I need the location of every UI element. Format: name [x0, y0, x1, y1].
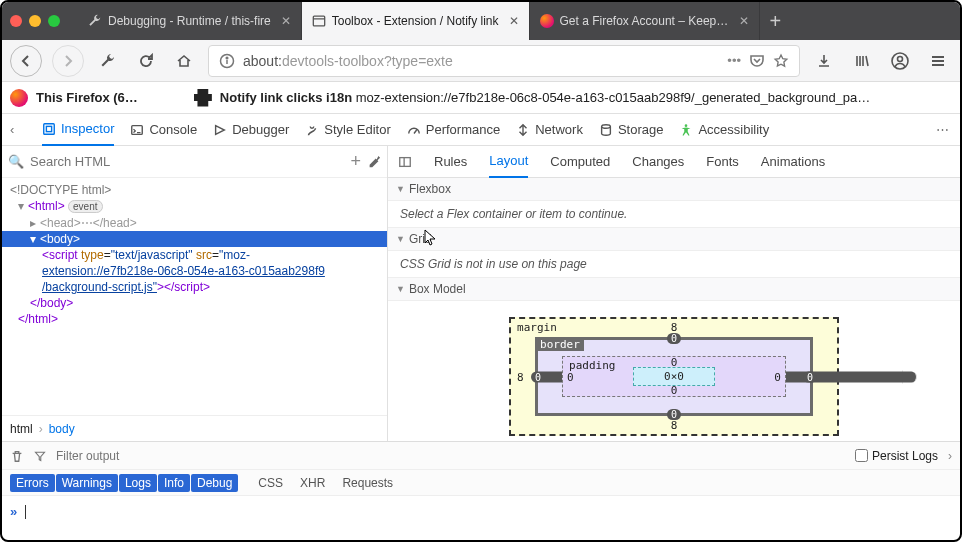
tab-label: Toolbox - Extension / Notify link: [332, 14, 499, 28]
clear-console-icon[interactable]: [10, 449, 24, 463]
tab-computed[interactable]: Computed: [550, 146, 610, 178]
add-node-icon[interactable]: +: [350, 151, 361, 172]
nav-toolbar: about:devtools-toolbox?type=exte •••: [2, 40, 960, 82]
selected-body-node[interactable]: ▾<body>: [2, 231, 387, 247]
breadcrumb: html › body: [2, 415, 387, 441]
firefox-icon: [540, 14, 554, 28]
page-actions-icon[interactable]: •••: [727, 53, 741, 68]
html-search-input[interactable]: [30, 154, 344, 169]
grid-body: CSS Grid is not in use on this page: [388, 251, 960, 277]
chip-errors[interactable]: Errors: [10, 474, 55, 492]
close-tab-icon[interactable]: ✕: [509, 14, 519, 28]
markup-view[interactable]: <!DOCTYPE html> ▾<html> event ▸<head>⋯</…: [2, 178, 387, 415]
breadcrumb-item[interactable]: html: [10, 422, 33, 436]
tab-rules[interactable]: Rules: [434, 146, 467, 178]
forward-button[interactable]: [52, 45, 84, 77]
filter-icon[interactable]: [34, 450, 46, 462]
tab-animations[interactable]: Animations: [761, 146, 825, 178]
chip-info[interactable]: Info: [158, 474, 190, 492]
close-tab-icon[interactable]: ✕: [739, 14, 749, 28]
window-titlebar: Debugging - Runtime / this-fire ✕ Toolbo…: [2, 2, 960, 40]
library-icon[interactable]: [848, 47, 876, 75]
flexbox-body: Select a Flex container or item to conti…: [388, 201, 960, 227]
tab-label: Get a Firefox Account – Keep yo: [560, 14, 729, 28]
text-caret: [25, 505, 26, 519]
account-icon[interactable]: [886, 47, 914, 75]
tool-console[interactable]: Console: [130, 114, 197, 146]
pocket-icon[interactable]: [749, 53, 765, 69]
tool-inspector[interactable]: Inspector: [42, 114, 114, 146]
close-window-button[interactable]: [10, 15, 22, 27]
console-filter-input[interactable]: [56, 449, 845, 463]
browser-tab-debugging[interactable]: Debugging - Runtime / this-fire ✕: [78, 2, 302, 40]
chevron-right-icon: ›: [39, 422, 43, 436]
browser-tabs: Debugging - Runtime / this-fire ✕ Toolbo…: [78, 2, 791, 40]
dev-button[interactable]: [94, 47, 122, 75]
url-text: about:devtools-toolbox?type=exte: [243, 53, 719, 69]
browser-tab-fxa[interactable]: Get a Firefox Account – Keep yo ✕: [530, 2, 760, 40]
svg-rect-19: [400, 157, 411, 166]
chip-requests[interactable]: Requests: [334, 474, 401, 492]
window-icon: [312, 14, 326, 28]
tab-fonts[interactable]: Fonts: [706, 146, 739, 178]
tool-network[interactable]: Network: [516, 114, 583, 146]
tab-label: Debugging - Runtime / this-fire: [108, 14, 271, 28]
console-input-row[interactable]: »: [2, 495, 960, 527]
flexbox-header[interactable]: ▼Flexbox: [388, 178, 960, 201]
sidebar-panel: Rules Layout Computed Changes Fonts Anim…: [388, 146, 960, 441]
close-tab-icon[interactable]: ✕: [281, 14, 291, 28]
event-badge[interactable]: event: [68, 200, 102, 213]
chip-xhr[interactable]: XHR: [292, 474, 333, 492]
cursor-icon: [424, 229, 438, 247]
tab-changes[interactable]: Changes: [632, 146, 684, 178]
extension-icon: [194, 89, 212, 107]
new-tab-button[interactable]: +: [760, 10, 792, 33]
tool-accessibility[interactable]: Accessibility: [679, 114, 769, 146]
url-bar[interactable]: about:devtools-toolbox?type=exte •••: [208, 45, 800, 77]
minimize-window-button[interactable]: [29, 15, 41, 27]
svg-point-17: [602, 124, 611, 128]
home-button[interactable]: [170, 47, 198, 75]
chevron-left-icon[interactable]: ‹: [10, 122, 26, 137]
more-tools-icon[interactable]: ⋯: [936, 122, 952, 137]
firefox-icon: [10, 89, 28, 107]
chip-debug[interactable]: Debug: [191, 474, 238, 492]
pane-toggle-icon[interactable]: [398, 155, 412, 169]
chip-logs[interactable]: Logs: [119, 474, 157, 492]
persist-logs-toggle[interactable]: Persist Logs: [855, 449, 938, 463]
devtools-toolbar: ‹ Inspector Console Debugger Style Edito…: [2, 114, 960, 146]
tab-layout[interactable]: Layout: [489, 146, 528, 178]
page-info-bar: This Firefox (6… Notify link clicks i18n…: [2, 82, 960, 114]
chevron-right-icon[interactable]: ›: [948, 449, 952, 463]
downloads-button[interactable]: [810, 47, 838, 75]
svg-rect-14: [44, 123, 55, 134]
inspector-main: 🔍 + <!DOCTYPE html> ▾<html> event ▸<head…: [2, 146, 960, 441]
svg-point-18: [685, 124, 688, 127]
chip-warnings[interactable]: Warnings: [56, 474, 118, 492]
tool-storage[interactable]: Storage: [599, 114, 664, 146]
search-icon: 🔍: [8, 154, 24, 169]
tool-style-editor[interactable]: Style Editor: [305, 114, 390, 146]
page-subtitle: Notify link clicks i18n moz-extension://…: [220, 90, 952, 105]
svg-rect-0: [313, 16, 324, 26]
tool-debugger[interactable]: Debugger: [213, 114, 289, 146]
identity-info-icon[interactable]: [219, 53, 235, 69]
boxmodel-header[interactable]: ▼Box Model: [388, 278, 960, 301]
box-model-diagram[interactable]: margin 8 8 8 8 border 0 0 0 0 padding: [388, 301, 960, 441]
markup-panel: 🔍 + <!DOCTYPE html> ▾<html> event ▸<head…: [2, 146, 388, 441]
menu-icon[interactable]: [924, 47, 952, 75]
svg-point-4: [226, 57, 228, 59]
sidebar-tabs: Rules Layout Computed Changes Fonts Anim…: [388, 146, 960, 178]
page-title: This Firefox (6…: [36, 90, 138, 105]
eyedropper-icon[interactable]: [367, 155, 381, 169]
bookmark-star-icon[interactable]: [773, 53, 789, 69]
tool-performance[interactable]: Performance: [407, 114, 500, 146]
layout-panel: ▼Flexbox Select a Flex container or item…: [388, 178, 960, 441]
zoom-window-button[interactable]: [48, 15, 60, 27]
breadcrumb-item[interactable]: body: [49, 422, 75, 436]
chip-css[interactable]: CSS: [250, 474, 291, 492]
grid-header[interactable]: ▼Grid: [388, 228, 960, 251]
back-button[interactable]: [10, 45, 42, 77]
browser-tab-toolbox[interactable]: Toolbox - Extension / Notify link ✕: [302, 2, 530, 40]
reload-button[interactable]: [132, 47, 160, 75]
